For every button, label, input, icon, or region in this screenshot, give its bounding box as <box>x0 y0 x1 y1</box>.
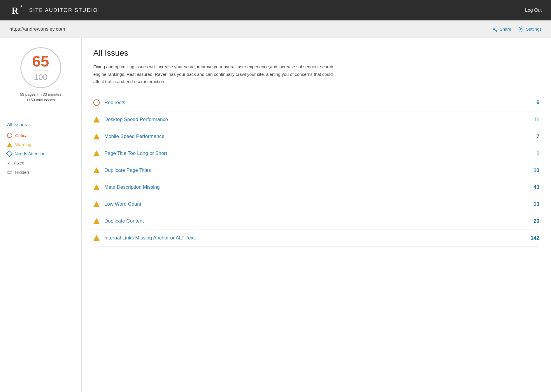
issue-count: 1 <box>528 150 539 157</box>
warning-issue-icon <box>93 235 100 241</box>
share-icon <box>492 26 498 32</box>
logo-area: R SITE AUDITOR STUDIO <box>9 3 98 18</box>
svg-text:R: R <box>12 5 19 16</box>
critical-label: Critical <box>15 133 29 138</box>
issue-label: Internal Links Missing Anchor or ALT Tex… <box>104 235 195 241</box>
share-label: Share <box>500 27 511 32</box>
issue-count: 7 <box>528 134 539 140</box>
issue-label: Page Title Too Long or Short <box>104 150 167 156</box>
issue-label: Duplicate Content <box>104 218 144 224</box>
svg-point-5 <box>496 30 497 32</box>
issue-item[interactable]: Internal Links Missing Anchor or ALT Tex… <box>93 230 539 247</box>
issue-item[interactable]: Mobile Speed Performance7 <box>93 128 539 145</box>
sidebar-item-all-issues[interactable]: All Issues <box>7 122 74 127</box>
svg-line-7 <box>494 29 496 31</box>
share-button[interactable]: Share <box>492 26 511 32</box>
critical-icon <box>7 133 12 138</box>
fixed-icon: ✓ <box>7 160 11 166</box>
raven-logo-icon: R <box>9 3 24 18</box>
issue-count: 11 <box>528 117 539 123</box>
issue-item[interactable]: Duplicate Page Titles10 <box>93 162 539 179</box>
issue-left: Duplicate Page Titles <box>93 167 151 173</box>
warning-issue-icon <box>93 117 100 123</box>
svg-line-6 <box>494 28 496 29</box>
issue-left: Redirects <box>93 99 125 106</box>
issue-label: Redirects <box>104 100 125 106</box>
issue-item[interactable]: Redirects6 <box>93 94 539 111</box>
issue-left: Mobile Speed Performance <box>93 134 164 139</box>
issue-count: 20 <box>528 218 539 224</box>
attention-icon <box>6 150 13 157</box>
issue-count: 13 <box>528 201 539 207</box>
app-title: SITE AUDITOR STUDIO <box>29 7 98 13</box>
issue-label: Duplicate Page Titles <box>104 167 151 173</box>
warning-issue-icon <box>93 184 100 190</box>
pages-info: 58 pages | in 33 minutes <box>20 92 61 97</box>
issue-item[interactable]: Duplicate Content20 <box>93 213 539 230</box>
score-divider <box>34 71 48 71</box>
settings-label: Settings <box>526 27 542 32</box>
issue-label: Low Word Count <box>104 201 141 207</box>
issues-list: Redirects6Desktop Speed Performance11Mob… <box>93 94 539 247</box>
svg-point-4 <box>496 27 497 28</box>
warning-label: Warning <box>15 142 31 147</box>
page-title: All Issues <box>93 48 539 58</box>
sidebar-item-critical[interactable]: Critical <box>7 133 74 138</box>
issue-count: 43 <box>528 184 539 190</box>
score-circle-container: 65 100 58 pages | in 33 minutes 1150 tot… <box>7 47 74 110</box>
svg-point-8 <box>520 28 522 30</box>
sidebar-item-fixed[interactable]: ✓ Fixed <box>7 160 74 166</box>
issue-label: Mobile Speed Performance <box>104 134 164 139</box>
issue-left: Meta Description Missing <box>93 184 160 190</box>
sub-actions: Share Settings <box>492 26 542 32</box>
sidebar: 65 100 58 pages | in 33 minutes 1150 tot… <box>0 38 82 392</box>
hidden-label: Hidden <box>15 170 29 175</box>
settings-icon <box>518 26 524 32</box>
score-circle: 65 100 <box>20 47 61 88</box>
issue-label: Meta Description Missing <box>104 184 160 190</box>
warning-issue-icon <box>93 218 100 224</box>
issue-label: Desktop Speed Performance <box>104 117 168 123</box>
main-content: All Issues Fixing and optimizing issues … <box>82 38 551 392</box>
sidebar-divider <box>7 116 74 116</box>
issue-left: Desktop Speed Performance <box>93 117 168 123</box>
warning-issue-icon <box>93 150 100 156</box>
sub-header: https://andrewansley.com Share Settings <box>0 20 551 38</box>
issue-item[interactable]: Desktop Speed Performance11 <box>93 111 539 128</box>
settings-button[interactable]: Settings <box>518 26 542 32</box>
score-total: 100 <box>34 73 48 82</box>
issue-count: 6 <box>528 99 539 106</box>
sidebar-item-attention[interactable]: Needs Attention <box>7 151 74 156</box>
issue-count: 10 <box>528 167 539 174</box>
score-number: 65 <box>32 54 49 69</box>
top-header: R SITE AUDITOR STUDIO Log Out <box>0 0 551 20</box>
issue-left: Internal Links Missing Anchor or ALT Tex… <box>93 235 195 241</box>
page-description: Fixing and optimizing issues will increa… <box>93 63 344 85</box>
sidebar-item-warning[interactable]: Warning <box>7 142 74 147</box>
warning-issue-icon <box>93 167 100 173</box>
sidebar-nav: Critical Warning Needs Attention ✓ Fixed <box>7 133 74 175</box>
issue-item[interactable]: Page Title Too Long or Short1 <box>93 145 539 162</box>
fixed-label: Fixed <box>14 160 24 165</box>
site-url: https://andrewansley.com <box>9 26 65 32</box>
issue-left: Duplicate Content <box>93 218 144 224</box>
logout-button[interactable]: Log Out <box>525 8 542 13</box>
hidden-icon <box>7 171 12 174</box>
issue-left: Low Word Count <box>93 201 141 207</box>
warning-issue-icon <box>93 201 100 207</box>
warning-issue-icon <box>93 134 100 139</box>
main-layout: 65 100 58 pages | in 33 minutes 1150 tot… <box>0 38 551 392</box>
svg-point-3 <box>493 29 494 30</box>
issue-count: 142 <box>528 235 539 241</box>
issue-item[interactable]: Meta Description Missing43 <box>93 179 539 196</box>
critical-issue-icon <box>93 99 100 106</box>
warning-icon <box>7 142 12 147</box>
issue-left: Page Title Too Long or Short <box>93 150 167 156</box>
issues-info: 1150 total issues <box>27 98 55 102</box>
sidebar-item-hidden[interactable]: Hidden <box>7 170 74 175</box>
issue-item[interactable]: Low Word Count13 <box>93 196 539 213</box>
attention-label: Needs Attention <box>15 151 45 156</box>
